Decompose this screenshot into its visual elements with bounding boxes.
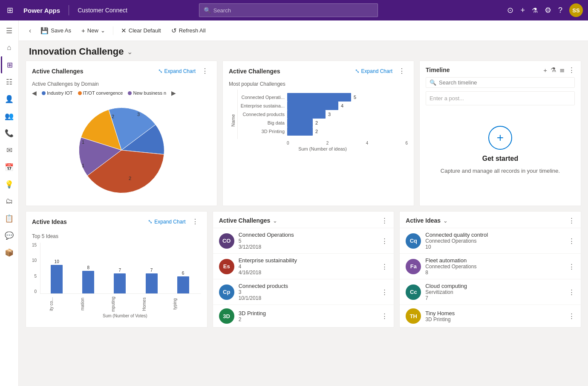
add-icon[interactable]: + (520, 6, 525, 15)
help-icon[interactable]: ? (558, 6, 562, 15)
timeline-post-area[interactable]: Enter a post... (426, 91, 575, 105)
ideas-y-axis: 15 10 5 0 (32, 243, 38, 294)
list-item-name: 3D Printing (239, 310, 378, 316)
bar-card-header: Active Challenges ⤡ Expand Chart ⋮ (223, 61, 414, 79)
list-item-more[interactable]: ⋮ (568, 237, 575, 245)
list-info: Connected products310/1/2018 (239, 283, 378, 301)
mini-bar (146, 273, 158, 293)
ideas-bar-more-button[interactable]: ⋮ (189, 217, 201, 226)
list-item[interactable]: FaFleet automationConnected Operations8⋮ (400, 253, 581, 279)
list-item-more[interactable]: ⋮ (568, 263, 575, 270)
user-avatar[interactable]: SS (569, 3, 583, 17)
sidebar-item-inventory[interactable]: 📦 (1, 244, 18, 261)
legend-next[interactable]: ▶ (171, 90, 176, 96)
timeline-sort-button[interactable]: ≣ (559, 66, 565, 74)
clear-default-button[interactable]: ✕ Clear Default (117, 24, 165, 38)
list-avatar: Cq (406, 233, 421, 249)
target-icon[interactable]: ⊙ (507, 6, 513, 15)
page-title-bar: Innovation Challenge ⌄ (19, 41, 588, 61)
ideas-bar-expand-button[interactable]: ⤡ Expand Chart (148, 218, 185, 225)
timeline-filter-button[interactable]: ⚗ (551, 66, 556, 74)
bar-expand-button[interactable]: ⤡ Expand Chart (355, 68, 392, 74)
mini-bar-col: 10 (42, 259, 71, 293)
sidebar-item-accounts[interactable]: 👥 (1, 107, 18, 125)
bar-more-button[interactable]: ⋮ (396, 66, 408, 76)
sidebar-item-email[interactable]: ✉ (1, 142, 18, 159)
filter-icon[interactable]: ⚗ (532, 6, 538, 15)
sidebar-item-records[interactable]: ☷ (1, 73, 18, 90)
page-title: Innovation Challenge (29, 46, 124, 57)
back-button[interactable]: ‹ (26, 25, 35, 36)
pie-expand-button[interactable]: ⤡ Expand Chart (158, 68, 196, 74)
sidebar-item-calendar[interactable]: 📅 (1, 159, 18, 176)
ideas-chart-label: Top 5 Ideas (32, 233, 201, 239)
main-content: Active Challenges ⤡ Expand Chart ⋮ Activ… (19, 61, 588, 383)
active-ideas-bar-card: Active Ideas ⤡ Expand Chart ⋮ Top 5 Idea… (26, 211, 208, 328)
timeline-search-input[interactable] (439, 79, 571, 86)
bar-label: Enterprise sustaina... (238, 103, 285, 108)
legend-item-1: Industry IOT (42, 90, 73, 96)
legend-prev[interactable]: ◀ (32, 90, 37, 96)
bar-label: Connected products (238, 112, 285, 117)
list-item-more[interactable]: ⋮ (381, 312, 388, 320)
mini-bar-num: 6 (182, 271, 184, 276)
sidebar-item-cases[interactable]: 📋 (1, 210, 18, 227)
save-icon: 💾 (40, 27, 49, 35)
new-button[interactable]: + New ⌄ (77, 24, 110, 38)
pie-more-button[interactable]: ⋮ (199, 66, 211, 76)
list-info: Fleet automationConnected Operations8 (425, 257, 564, 276)
save-as-button[interactable]: 💾 Save As (36, 24, 75, 38)
sidebar-item-products[interactable]: 🗂 (1, 193, 18, 210)
timeline-add-button[interactable]: + (543, 67, 547, 74)
list-item-more[interactable]: ⋮ (568, 288, 575, 296)
ideas-bars-group: 108776 (40, 243, 201, 294)
top-cards-row: Active Challenges ⤡ Expand Chart ⋮ Activ… (26, 61, 581, 206)
sidebar-item-ideas[interactable]: 💡 (1, 176, 18, 193)
ideas-bar-header: Active Ideas ⤡ Expand Chart ⋮ (26, 212, 207, 230)
list-item[interactable]: COConnected Operations53/12/2018⋮ (213, 228, 394, 253)
timeline-more-button[interactable]: ⋮ (568, 66, 575, 74)
mini-bar-num: 7 (150, 268, 153, 273)
list-item-sub2: 10/1/2018 (239, 295, 378, 301)
active-challenges-list-card: Active Challenges ⌄ ⋮ COConnected Operat… (213, 211, 395, 328)
list-item[interactable]: CcCloud computingServitization7⋮ (400, 279, 581, 305)
active-ideas-list-card: Active Ideas ⌄ ⋮ CqConnected quality con… (399, 211, 581, 328)
page-title-chevron[interactable]: ⌄ (127, 48, 133, 56)
list-item[interactable]: THTiny Homes3D Printing⋮ (400, 305, 581, 327)
ideas-x-labels: ity co...mationmputingHomestyping (32, 296, 201, 313)
global-search-input[interactable] (213, 7, 373, 14)
bar-y-axis-label: Name (229, 90, 237, 151)
timeline-title: Timeline (426, 67, 541, 73)
settings-icon[interactable]: ⚙ (545, 6, 551, 15)
list-item[interactable]: CqConnected quality controlConnected Ope… (400, 228, 581, 253)
mini-bar (114, 273, 126, 293)
sidebar-item-contacts[interactable]: 👤 (1, 90, 18, 107)
mini-bar (177, 276, 189, 293)
list-item-more[interactable]: ⋮ (381, 288, 388, 296)
timeline-search[interactable]: 🔍 (426, 77, 575, 88)
refresh-all-button[interactable]: ↺ Refresh All (167, 24, 210, 38)
list-item-more[interactable]: ⋮ (568, 312, 575, 320)
global-search-box[interactable]: 🔍 (199, 3, 378, 17)
list-item-name: Cloud computing (425, 283, 564, 289)
sidebar-item-menu[interactable]: ☰ (1, 22, 18, 39)
sidebar-item-dashboard[interactable]: ⊞ (1, 56, 18, 73)
list-item[interactable]: EsEnterprise sustainability44/16/2018⋮ (213, 253, 394, 279)
pie-expand-label: Expand Chart (164, 68, 196, 74)
list-item-name: Connected quality control (425, 232, 564, 238)
list-item-sub1: Servitization (425, 289, 564, 295)
challenges-list-chevron[interactable]: ⌄ (273, 218, 277, 224)
list-item-more[interactable]: ⋮ (381, 237, 388, 245)
timeline-empty-title: Get started (482, 155, 518, 163)
ideas-list-chevron[interactable]: ⌄ (443, 218, 448, 224)
list-item[interactable]: CpConnected products310/1/2018⋮ (213, 279, 394, 305)
challenges-list-more[interactable]: ⋮ (381, 217, 388, 224)
sidebar-item-home[interactable]: ⌂ (1, 39, 18, 56)
sidebar-item-calls[interactable]: 📞 (1, 125, 18, 142)
bars-container: Connected Operati...5Enterprise sustaina… (237, 90, 408, 139)
list-item[interactable]: 3D3D Printing2⋮ (213, 305, 394, 327)
ideas-list-more[interactable]: ⋮ (568, 217, 575, 224)
grid-icon[interactable]: ⊞ (5, 4, 15, 17)
sidebar-item-chat[interactable]: 💬 (1, 227, 18, 244)
list-item-more[interactable]: ⋮ (381, 263, 388, 270)
